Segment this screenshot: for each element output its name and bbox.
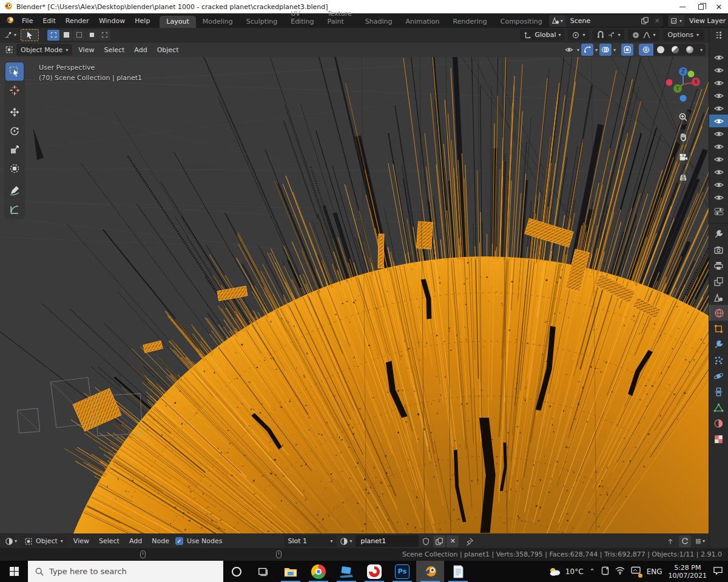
workspace-tab-layout[interactable]: Layout [160, 16, 195, 28]
zoom-icon[interactable] [675, 109, 691, 125]
properties-tab-render[interactable] [709, 242, 728, 258]
properties-tab-particles[interactable] [709, 352, 728, 368]
duplicate-material-icon[interactable] [433, 535, 445, 547]
overlays-toggle[interactable] [599, 44, 612, 56]
material-name-field[interactable]: planet1 [356, 535, 419, 547]
snapping-controls[interactable]: ▾ [593, 29, 624, 41]
visibility-eye-icon[interactable] [709, 51, 728, 64]
active-tool-button[interactable] [21, 29, 39, 41]
node-snapping-icon[interactable] [679, 535, 691, 547]
visibility-eye-icon[interactable] [709, 178, 728, 191]
select-subtract-button[interactable] [73, 30, 85, 41]
shader-editor-type-icon[interactable]: ▾ [3, 537, 19, 546]
taskbar-app-notepad[interactable] [444, 561, 472, 582]
tray-expand-chevron[interactable]: ⌃ [590, 567, 595, 575]
scene-icon[interactable]: ▾ [549, 15, 565, 27]
xray-toggle[interactable] [621, 44, 633, 56]
close-button[interactable]: ✕ [710, 0, 728, 13]
view-layer-icon[interactable]: ▾ [668, 15, 684, 27]
visibility-eye-icon[interactable] [709, 140, 728, 153]
properties-tab-texture[interactable] [709, 431, 728, 447]
scene-selector[interactable]: ▾ Scene ✕ [549, 15, 663, 27]
properties-tab-constraints[interactable] [709, 384, 728, 400]
visibility-eye-icon[interactable] [709, 115, 728, 127]
properties-tab-modifiers[interactable] [709, 336, 728, 352]
annotate-tool[interactable] [5, 181, 24, 199]
taskbar-app-laptop-app[interactable] [332, 561, 360, 582]
minimize-button[interactable] [673, 0, 692, 13]
taskbar-app-security-app[interactable] [360, 561, 388, 582]
select-extend-button[interactable] [60, 30, 72, 41]
shader-menu-view[interactable]: View [69, 537, 94, 545]
menu-render[interactable]: Render [61, 17, 94, 25]
select-box-tool[interactable] [5, 62, 24, 81]
properties-tab-scene[interactable] [709, 289, 728, 305]
node-overlay-dropdown[interactable]: ▾ [693, 535, 706, 547]
shader-menu-node[interactable]: Node [147, 537, 174, 545]
workspace-tab-uv-editing[interactable]: UV Editing [284, 8, 320, 28]
taskbar-app-photoshop[interactable]: Ps [388, 561, 416, 582]
transform-orientation-dropdown[interactable]: Global ▾ [520, 29, 564, 41]
material-slot-dropdown[interactable]: Slot 1▾ [284, 535, 336, 547]
menu-window[interactable]: Window [94, 17, 130, 25]
mode-dropdown[interactable]: Object Mode ▾ [16, 44, 72, 56]
viewport-menu-object[interactable]: Object [152, 46, 184, 54]
tool-dropdown[interactable]: ▾ [2, 30, 18, 41]
rotate-tool[interactable] [5, 122, 24, 140]
properties-tab-view-layer[interactable] [709, 273, 728, 289]
select-difference-button[interactable] [86, 30, 98, 41]
menu-file[interactable]: File [17, 17, 38, 25]
view-layer-selector[interactable]: ▾ View Layer ✕ [668, 15, 728, 27]
workspace-tab-rendering[interactable]: Rendering [447, 16, 494, 28]
cast-status-icon[interactable] [631, 566, 641, 577]
workspace-tab-modeling[interactable]: Modeling [196, 16, 240, 28]
gizmo-toggle[interactable] [581, 44, 593, 56]
shading-wireframe-button[interactable] [639, 44, 653, 56]
visibility-eye-icon[interactable] [709, 127, 728, 140]
unlink-scene-icon[interactable]: ✕ [652, 17, 663, 25]
shading-dropdown[interactable]: ▾ [697, 44, 706, 56]
shader-menu-add[interactable]: Add [124, 537, 147, 545]
taskbar-search[interactable]: Type here to search [28, 561, 223, 582]
properties-tab-physics[interactable] [709, 368, 728, 384]
transform-tool[interactable] [5, 159, 24, 178]
language-indicator[interactable]: ENG [647, 567, 662, 576]
workspace-tab-sculpting[interactable]: Sculpting [240, 16, 284, 28]
menu-help[interactable]: Help [130, 17, 155, 25]
properties-tab-object[interactable] [709, 321, 728, 336]
wifi-icon[interactable] [615, 567, 625, 577]
pan-hand-icon[interactable] [675, 129, 691, 145]
perspective-toggle-icon[interactable] [675, 169, 691, 185]
workspace-tab-texture-paint[interactable]: Texture Paint [321, 8, 359, 28]
cortana-button[interactable] [223, 561, 250, 582]
blender-app-icon[interactable] [5, 15, 15, 27]
cursor-tool[interactable] [5, 81, 24, 99]
properties-tab-object-data[interactable] [709, 400, 728, 415]
navigation-gizmo[interactable]: Z X Y [664, 65, 702, 105]
select-intersect-button[interactable] [98, 30, 110, 41]
visibility-eye-icon[interactable] [709, 191, 728, 204]
taskbar-app-file-explorer[interactable] [277, 561, 305, 582]
fake-user-icon[interactable] [420, 535, 432, 547]
viewport-menu-add[interactable]: Add [129, 46, 152, 54]
device-icon[interactable] [601, 566, 609, 577]
properties-tab-world[interactable] [709, 305, 728, 321]
weather-widget[interactable]: 10°C [548, 566, 584, 577]
visibility-dropdown[interactable] [563, 44, 575, 56]
visibility-eye-icon[interactable] [709, 89, 728, 102]
taskbar-app-chrome[interactable] [305, 561, 332, 582]
parent-navigate-icon[interactable] [664, 535, 676, 547]
start-button[interactable] [0, 561, 28, 582]
properties-tab-active-tool[interactable] [709, 226, 728, 242]
camera-view-icon[interactable] [675, 149, 691, 165]
workspace-tab-shading[interactable]: Shading [359, 16, 399, 28]
workspace-tab-animation[interactable]: Animation [399, 16, 446, 28]
shading-rendered-button[interactable] [682, 44, 697, 56]
shading-material-button[interactable] [668, 44, 682, 56]
properties-tab-output[interactable] [709, 258, 728, 273]
select-new-button[interactable] [47, 30, 59, 41]
proportional-editing-controls[interactable]: ▾ [628, 29, 659, 41]
restore-button[interactable] [692, 0, 710, 13]
material-browse-icon[interactable]: ▾ [337, 537, 354, 546]
taskbar-app-blender[interactable] [416, 561, 444, 582]
